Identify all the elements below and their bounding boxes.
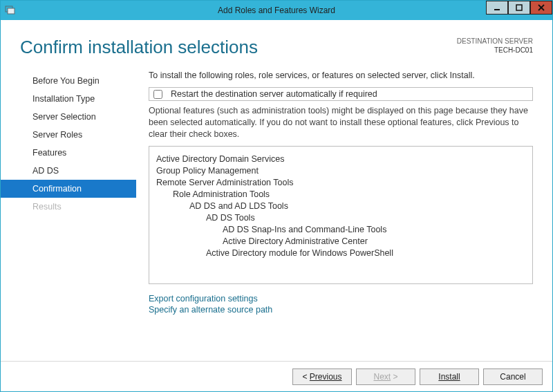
nav-step-server-selection[interactable]: Server Selection [1,108,136,126]
export-config-link[interactable]: Export configuration settings [149,294,533,304]
feature-item: AD DS Snap-Ins and Command-Line Tools [223,225,525,234]
alternate-source-link[interactable]: Specify an alternate source path [149,305,533,315]
page-title: Confirm installation selections [20,37,258,58]
bottom-links: Export configuration settings Specify an… [149,294,533,316]
previous-button[interactable]: < Previous [292,368,352,385]
feature-item: Group Policy Management [156,166,525,176]
destination-server-label: DESTINATION SERVER [457,37,533,46]
restart-checkbox-label: Restart the destination server automatic… [171,89,377,99]
window-title: Add Roles and Features Wizard [1,6,552,15]
feature-item: Active Directory module for Windows Powe… [206,248,525,258]
feature-item: Active Directory Domain Services [156,154,525,164]
titlebar: Add Roles and Features Wizard [1,1,552,20]
next-button[interactable]: Next > [356,368,415,385]
nav-step-features[interactable]: Features [1,144,136,162]
nav-step-server-roles[interactable]: Server Roles [1,126,136,144]
feature-item: Active Directory Administrative Center [223,236,525,246]
destination-server-value: TECH-DC01 [457,46,533,55]
intro-text: To install the following roles, role ser… [149,71,533,80]
install-button[interactable]: Install [420,368,479,385]
nav-step-installation-type[interactable]: Installation Type [1,90,136,108]
page-header: Confirm installation selections DESTINAT… [1,20,552,58]
nav-step-confirmation[interactable]: Confirmation [1,180,136,198]
nav-step-results: Results [1,198,136,216]
cancel-button[interactable]: Cancel [483,368,543,385]
main-panel: To install the following roles, role ser… [136,71,552,361]
restart-checkbox[interactable] [153,90,162,99]
wizard-nav: Before You BeginInstallation TypeServer … [1,71,136,361]
wizard-window: Add Roles and Features Wizard Confirm in… [0,0,553,392]
destination-server-block: DESTINATION SERVER TECH-DC01 [457,37,533,55]
feature-item: Role Administration Tools [173,189,525,199]
optional-features-description: Optional features (such as administratio… [149,105,533,140]
nav-step-ad-ds[interactable]: AD DS [1,162,136,180]
feature-item: AD DS Tools [206,213,525,223]
footer-buttons: < Previous Next > Install Cancel [1,361,552,392]
features-list: Active Directory Domain ServicesGroup Po… [149,146,533,284]
feature-item: AD DS and AD LDS Tools [189,201,525,211]
nav-step-before-you-begin[interactable]: Before You Begin [1,72,136,90]
feature-item: Remote Server Administration Tools [156,178,525,187]
restart-checkbox-row[interactable]: Restart the destination server automatic… [149,87,533,101]
